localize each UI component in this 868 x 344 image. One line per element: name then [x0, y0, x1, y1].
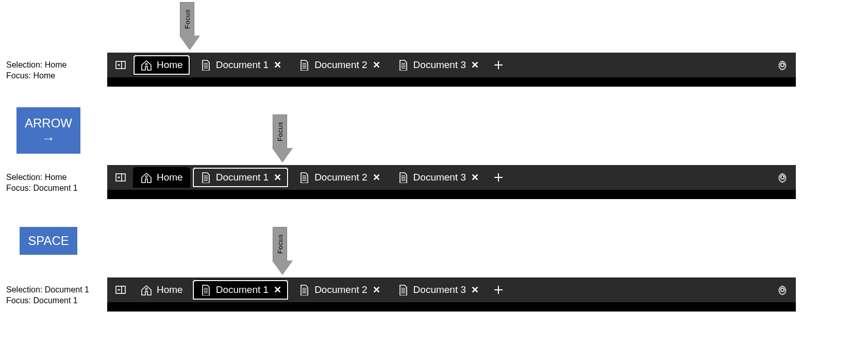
close-icon[interactable]: ✕ [471, 60, 479, 70]
focus-indicator-arrow: Focus [272, 227, 288, 276]
settings-button[interactable] [772, 280, 793, 300]
tab-bar: Home Document 1 ✕ Document 2 ✕ Document … [107, 53, 796, 77]
tab-label: Document 2 [314, 284, 367, 296]
document-icon [397, 284, 408, 296]
key-badge-space: SPACE [20, 227, 77, 255]
panel-toggle-button[interactable] [110, 55, 131, 75]
tab-label: Document 3 [413, 284, 466, 296]
plus-icon [492, 284, 505, 296]
tab-label: Document 2 [314, 59, 367, 71]
tab-label: Document 1 [216, 59, 269, 71]
key-label: ARROW [25, 116, 72, 130]
tab-home[interactable]: Home [133, 55, 190, 75]
tab-document[interactable]: Document 2 ✕ [291, 55, 387, 75]
close-icon[interactable]: ✕ [373, 173, 380, 182]
add-tab-button[interactable] [488, 167, 509, 188]
add-tab-button[interactable] [488, 55, 509, 75]
tab-home[interactable]: Home [133, 167, 190, 188]
tab-label: Document 3 [413, 172, 466, 183]
tab-document[interactable]: Document 3 ✕ [390, 167, 486, 188]
close-icon[interactable]: ✕ [274, 60, 281, 70]
focus-indicator-label: Focus [276, 122, 284, 141]
tab-document[interactable]: Document 3 ✕ [390, 55, 486, 75]
home-icon [140, 59, 152, 71]
status-text: Selection: Document 1 Focus: Document 1 [6, 285, 89, 306]
panel-icon [114, 171, 127, 184]
tab-bar-content-strip [107, 77, 796, 87]
tab-bar: Home Document 1 ✕ Document 2 ✕ Document … [107, 277, 796, 302]
focus-indicator-arrow: Focus [272, 114, 288, 164]
plus-icon [492, 59, 505, 71]
gear-icon [776, 59, 789, 71]
document-icon [298, 59, 309, 71]
document-icon [397, 172, 408, 183]
tab-label: Document 1 [216, 284, 269, 296]
arrow-right-icon: → [42, 132, 55, 145]
key-badge-arrow-right: ARROW → [16, 107, 80, 154]
plus-icon [492, 171, 505, 184]
tab-bar-content-strip [107, 190, 796, 199]
status-text: Selection: Home Focus: Document 1 [6, 172, 78, 194]
add-tab-button[interactable] [488, 280, 509, 300]
tab-document[interactable]: Document 3 ✕ [390, 280, 486, 300]
document-icon [199, 59, 211, 71]
panel-icon [114, 59, 127, 71]
home-icon [140, 172, 152, 183]
tab-document[interactable]: Document 1 ✕ [192, 55, 289, 75]
home-icon [140, 284, 152, 296]
tab-label: Home [157, 284, 183, 296]
focus-indicator-label: Focus [183, 9, 191, 29]
panel-toggle-button[interactable] [110, 167, 131, 188]
tab-label: Home [157, 172, 183, 183]
settings-button[interactable] [772, 167, 793, 188]
gear-icon [776, 171, 789, 184]
focus-indicator-label: Focus [276, 234, 284, 254]
key-label: SPACE [28, 234, 69, 248]
tab-home[interactable]: Home [133, 280, 190, 300]
document-icon [298, 284, 309, 296]
tab-document[interactable]: Document 2 ✕ [291, 167, 387, 188]
status-text: Selection: Home Focus: Home [6, 60, 66, 81]
panel-icon [114, 284, 127, 296]
tab-document[interactable]: Document 1 ✕ [192, 280, 289, 300]
gear-icon [776, 284, 789, 296]
tab-document[interactable]: Document 1 ✕ [192, 167, 289, 188]
tab-bar-content-strip [107, 302, 796, 312]
close-icon[interactable]: ✕ [274, 173, 281, 182]
tab-label: Document 3 [413, 59, 466, 71]
document-icon [199, 284, 211, 296]
tab-label: Home [157, 59, 183, 71]
close-icon[interactable]: ✕ [471, 173, 479, 182]
document-icon [397, 59, 408, 71]
close-icon[interactable]: ✕ [373, 60, 380, 70]
focus-indicator-arrow: Focus [179, 2, 195, 52]
document-icon [199, 172, 211, 183]
tab-label: Document 2 [314, 172, 367, 183]
tab-label: Document 1 [216, 172, 269, 183]
settings-button[interactable] [772, 55, 793, 75]
panel-toggle-button[interactable] [110, 280, 131, 300]
tab-bar: Home Document 1 ✕ Document 2 ✕ Document … [107, 165, 796, 190]
close-icon[interactable]: ✕ [373, 285, 380, 294]
document-icon [298, 172, 309, 183]
tab-document[interactable]: Document 2 ✕ [291, 280, 387, 300]
close-icon[interactable]: ✕ [471, 285, 479, 294]
close-icon[interactable]: ✕ [274, 285, 281, 294]
